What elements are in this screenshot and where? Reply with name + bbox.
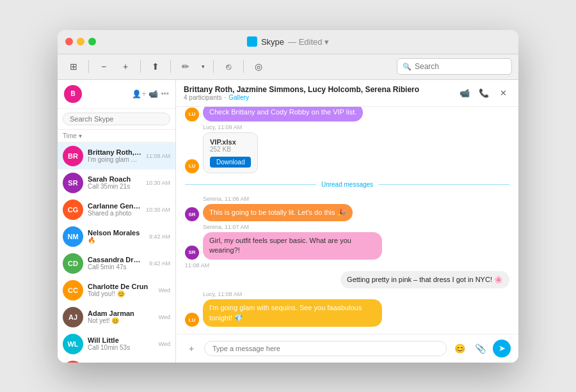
search-icon: 🔍 (403, 63, 412, 71)
contact-name: Carlanne Gentry (88, 202, 141, 210)
chat-panel: Brittany Roth, Jazmine Simmons, Lucy Hol… (176, 80, 518, 363)
unread-divider: Unread messages (185, 181, 509, 188)
gallery-link[interactable]: Gallery (228, 94, 249, 101)
sidebar-filter[interactable]: Time ▾ (58, 130, 175, 143)
contact-preview: Told you!! 😊 (88, 290, 154, 297)
contact-info: Brittany Roth, Lucy Hol... I'm going gla… (88, 148, 141, 163)
maximize-button[interactable] (88, 38, 96, 45)
video-icon[interactable]: 📹 (148, 90, 158, 98)
contact-name: Will Little (88, 336, 154, 344)
contact-time: Wed (159, 341, 170, 347)
audio-call-button[interactable]: 📞 (476, 85, 492, 100)
message-bubble: I'm going glam with sequins. See you faa… (203, 299, 382, 327)
input-area: + 😊 📎 ➤ (176, 334, 518, 363)
message-bubble: This is going to be totally lit. Let's d… (203, 204, 353, 221)
copy-button[interactable]: ⎋ (219, 58, 238, 75)
contact-preview: 🔥 (88, 237, 145, 244)
messages-area: Serena, 11:02 AMSROk hello, he's super s… (176, 107, 518, 334)
message-avatar: SR (185, 246, 199, 260)
cursor-button[interactable]: ◎ (249, 58, 268, 75)
message-input[interactable] (204, 341, 447, 356)
contact-avatar: WL (63, 334, 83, 354)
sidebar-item[interactable]: BR Brittany Roth, Lucy Hol... I'm going … (58, 143, 175, 169)
message-group: Lucy, 11:09 AMLU VIP.xlsx 252 KB Downloa… (185, 124, 509, 173)
sidebar-item[interactable]: SR Sarah Roach Call 35min 21s 10:30 AM (58, 169, 175, 196)
contact-info: Will Little Call 10min 53s (88, 336, 154, 351)
sidebar-item[interactable]: AJ Adam Jarman Not yet! 😊 Wed (58, 304, 175, 331)
message-row: SRThis is going to be totally lit. Let's… (185, 204, 509, 221)
send-button[interactable]: ➤ (493, 340, 511, 357)
contact-avatar: CG (63, 200, 83, 220)
message-row: LUI'm going glam with sequins. See you f… (185, 299, 509, 327)
contact-avatar: NM (63, 226, 83, 247)
pen-button[interactable]: ✏ (176, 58, 195, 75)
gif-button[interactable]: 📎 (472, 341, 488, 356)
zoom-out-button[interactable]: − (94, 58, 113, 75)
message-label: Serena, 11:06 AM (203, 196, 509, 202)
chat-subtitle: 4 participants · Gallery (184, 94, 457, 101)
contact-info: Carlanne Gentry Shared a photo (88, 202, 141, 217)
skype-icon (247, 36, 257, 47)
traffic-lights (65, 38, 96, 45)
pen-dropdown[interactable]: ▾ (198, 58, 208, 75)
zoom-in-button[interactable]: + (116, 58, 135, 75)
unread-line-right (378, 184, 509, 185)
message-bubble: Getting pretty in pink – that dress I go… (340, 271, 509, 288)
titlebar-center: Skype — Edited ▾ (247, 36, 329, 47)
message-avatar: LU (185, 313, 199, 327)
contact-avatar: CD (63, 253, 83, 274)
contact-preview: Not yet! 😊 (88, 317, 154, 324)
sidebar-toggle-button[interactable]: ⊞ (64, 58, 83, 75)
message-time: 11:08 AM (185, 262, 509, 269)
unread-label: Unread messages (321, 181, 373, 188)
minimize-button[interactable] (77, 38, 84, 45)
add-contact-icon[interactable]: 👤+ (132, 90, 146, 98)
contact-name: Cassandra Drunn (88, 256, 145, 263)
message-row: Getting pretty in pink – that dress I go… (185, 271, 509, 288)
sidebar-item[interactable]: CD Cassandra Drunn Call 5min 47s 9:42 AM (58, 250, 175, 277)
title-status: — Edited ▾ (288, 37, 329, 47)
contact-avatar: AM (63, 361, 83, 363)
contact-name: Brittany Roth, Lucy Hol... (88, 148, 141, 156)
sidebar-item[interactable]: CC Charlotte De Crun Told you!! 😊 Wed (58, 277, 175, 304)
user-avatar: B (64, 85, 82, 103)
contact-name: Adam Jarman (88, 310, 154, 317)
sidebar-item[interactable]: WL Will Little Call 10min 53s Wed (58, 331, 175, 357)
download-button[interactable]: Download (210, 157, 251, 168)
video-call-button[interactable]: 📹 (457, 85, 472, 100)
sidebar-item[interactable]: AM Angus McNeil You need a day off! Wed (58, 357, 175, 363)
emoji-button[interactable]: 😊 (452, 341, 467, 356)
main-content: B 👤+ 📹 ••• Time ▾ BR Brittany Roth, Lucy… (58, 80, 518, 363)
titlebar: Skype — Edited ▾ (58, 30, 518, 54)
unread-line-left (185, 184, 316, 185)
contact-preview: I'm going glam with sequins. (88, 156, 141, 163)
contact-time: Wed (159, 314, 170, 320)
message-row: SRGirl, my outfit feels super basic. Wha… (185, 232, 509, 260)
sidebar-search-input[interactable] (63, 113, 170, 125)
dot-sep: · (224, 94, 226, 101)
share-button[interactable]: ⬆ (146, 58, 165, 75)
message-avatar: SR (185, 207, 199, 221)
more-icon[interactable]: ••• (161, 90, 169, 98)
file-bubble: VIP.xlsx 252 KB Download (203, 132, 258, 173)
chat-title: Brittany Roth, Jazmine Simmons, Lucy Hol… (184, 85, 457, 94)
contact-time: Wed (159, 287, 170, 294)
toolbar-sep-2 (140, 60, 141, 73)
attach-button[interactable]: + (184, 341, 199, 356)
sidebar-search (58, 109, 175, 130)
sidebar-item[interactable]: CG Carlanne Gentry Shared a photo 10:30 … (58, 196, 175, 223)
search-input[interactable] (415, 62, 506, 71)
message-bubble: Check Brittany and Cody Robby on the VIP… (203, 107, 363, 122)
toolbar-sep-5 (243, 60, 244, 73)
close-button[interactable] (65, 38, 73, 45)
contact-time: 10:30 AM (146, 180, 170, 186)
contact-info: Cassandra Drunn Call 5min 47s (88, 256, 145, 270)
close-chat-button[interactable]: ✕ (495, 85, 511, 100)
contact-name: Nelson Morales (88, 229, 145, 237)
sidebar-item[interactable]: NM Nelson Morales 🔥 9:42 AM (58, 223, 175, 250)
sidebar-header: B 👤+ 📹 ••• (58, 80, 175, 109)
message-avatar: LU (185, 107, 199, 122)
contact-avatar: SR (63, 173, 83, 193)
contact-avatar: CC (63, 280, 83, 301)
contact-info: Charlotte De Crun Told you!! 😊 (88, 283, 154, 297)
